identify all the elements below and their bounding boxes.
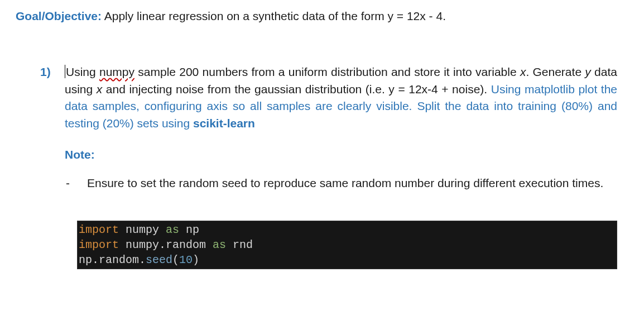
var-x: x: [520, 65, 526, 78]
code-token: numpy.random: [119, 238, 213, 251]
goal-line: Goal/Objective: Apply linear regression …: [16, 8, 628, 25]
var-y: y: [585, 65, 591, 78]
question-number: 1): [40, 64, 65, 80]
code-token: 10: [179, 254, 193, 266]
q-text: and injecting noise from the gaussian di…: [102, 83, 491, 96]
q-text: Using: [66, 65, 99, 78]
code-token: ): [193, 254, 199, 266]
question-body: Using numpy sample 200 numbers from a un…: [65, 64, 617, 269]
bullet-dash: -: [65, 175, 87, 192]
note-bullet: - Ensure to set the random seed to repro…: [65, 175, 617, 192]
note-label: Note:: [65, 146, 617, 163]
q-text: sample 200 numbers from a uniform distri…: [134, 65, 520, 78]
var-x: x: [97, 83, 103, 96]
bullet-text: Ensure to set the random seed to reprodu…: [87, 175, 617, 192]
code-token: as: [213, 238, 226, 251]
code-token: import: [79, 223, 119, 236]
code-token: import: [79, 238, 119, 251]
code-token: numpy: [119, 223, 166, 236]
spellcheck-numpy: numpy: [99, 65, 134, 78]
code-token: as: [166, 223, 179, 236]
code-block: import numpy as np import numpy.random a…: [77, 221, 617, 269]
code-token: seed: [146, 254, 172, 266]
text-cursor: [65, 65, 65, 78]
q-blue-2b: scikit-learn: [193, 117, 255, 130]
code-token: np: [179, 223, 199, 236]
code-token: rnd: [226, 238, 253, 251]
q-text: . Generate: [526, 65, 585, 78]
goal-label: Goal/Objective:: [16, 9, 102, 22]
question-1: 1) Using numpy sample 200 numbers from a…: [40, 64, 617, 269]
document-page: Goal/Objective: Apply linear regression …: [0, 0, 644, 269]
goal-text: Apply linear regression on a synthetic d…: [102, 9, 446, 22]
code-token: np.random.: [79, 254, 146, 266]
code-token: (: [172, 254, 179, 266]
